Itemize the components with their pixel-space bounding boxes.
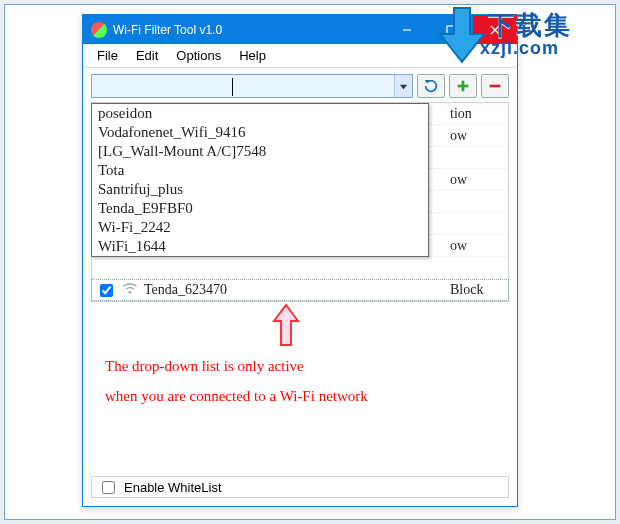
menu-options[interactable]: Options — [168, 46, 229, 65]
annotation-line1: The drop-down list is only active — [105, 351, 495, 381]
ssid-dropdown-list[interactable]: poseidon Vodafonenet_Wifi_9416 [LG_Wall-… — [91, 103, 429, 257]
dropdown-option[interactable]: Tenda_E9FBF0 — [92, 199, 428, 218]
menu-help[interactable]: Help — [231, 46, 274, 65]
enable-whitelist-label: Enable WhiteList — [124, 480, 222, 495]
text-caret — [232, 78, 233, 96]
dropdown-option[interactable]: Vodafonenet_Wifi_9416 — [92, 123, 428, 142]
action-cell: ow — [450, 128, 504, 144]
refresh-button[interactable] — [417, 74, 445, 98]
wifi-icon — [122, 282, 138, 299]
dropdown-option[interactable]: poseidon — [92, 104, 428, 123]
svg-marker-4 — [400, 84, 407, 89]
app-icon — [91, 22, 107, 38]
annotation-arrow-icon — [271, 303, 301, 350]
action-cell: ow — [450, 172, 504, 188]
action-cell: ow — [450, 238, 504, 254]
dropdown-toggle-button[interactable] — [394, 75, 412, 97]
window-title: Wi-Fi Filter Tool v1.0 — [113, 23, 385, 37]
ssid-input[interactable] — [92, 75, 394, 97]
minimize-button[interactable] — [385, 15, 429, 44]
dropdown-option[interactable]: WiFi_1644 — [92, 237, 428, 256]
action-cell: Block — [450, 282, 504, 298]
enable-whitelist-checkbox[interactable] — [102, 481, 115, 494]
action-cell: tion — [450, 106, 504, 122]
menubar: File Edit Options Help — [83, 44, 517, 68]
close-button[interactable] — [473, 15, 517, 44]
table-row-visible[interactable]: Tenda_623470 Block — [91, 279, 509, 301]
svg-rect-1 — [447, 26, 455, 34]
dropdown-option[interactable]: Wi-Fi_2242 — [92, 218, 428, 237]
annotation-text: The drop-down list is only active when y… — [105, 351, 495, 411]
row-checkbox[interactable] — [100, 284, 113, 297]
dropdown-option[interactable]: Santrifuj_plus — [92, 180, 428, 199]
menu-file[interactable]: File — [89, 46, 126, 65]
titlebar: Wi-Fi Filter Tool v1.0 — [83, 15, 517, 44]
svg-point-9 — [129, 291, 132, 294]
maximize-button[interactable] — [429, 15, 473, 44]
remove-button[interactable] — [481, 74, 509, 98]
dropdown-option[interactable]: [LG_Wall-Mount A/C]7548 — [92, 142, 428, 161]
app-window: Wi-Fi Filter Tool v1.0 File Edit Options… — [82, 14, 518, 507]
footer: Enable WhiteList — [91, 476, 509, 498]
add-button[interactable] — [449, 74, 477, 98]
annotation-line2: when you are connected to a Wi-Fi networ… — [105, 381, 495, 411]
menu-edit[interactable]: Edit — [128, 46, 166, 65]
ssid-combobox[interactable] — [91, 74, 413, 98]
dropdown-option[interactable]: Tota — [92, 161, 428, 180]
table-row[interactable] — [92, 257, 508, 279]
toolbar — [83, 68, 517, 102]
ssid-cell: Tenda_623470 — [144, 282, 444, 298]
